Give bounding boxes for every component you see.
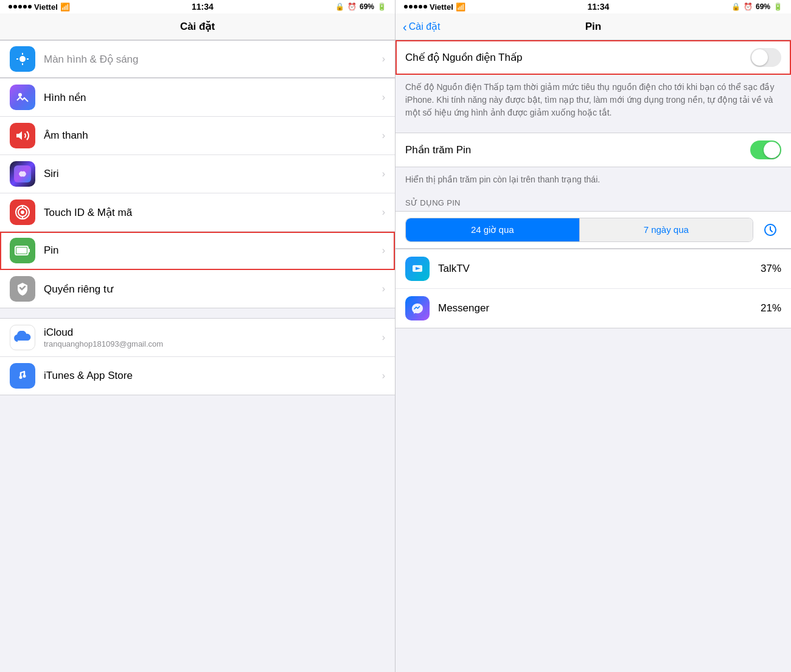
battery-percent-section: Phần trăm Pin [396,133,791,167]
left-lock-icon: 🔒 [335,2,344,11]
right-signal-dots [404,5,427,9]
low-power-row: Chế độ Nguồn điện Thấp [396,41,791,74]
low-power-description: Chế độ Nguồn điện Thấp tạm thời giảm mức… [396,75,791,128]
list-item-siri[interactable]: Siri › [0,155,395,193]
left-status-left: Viettel 📶 [9,2,70,12]
battery-percent-description: Hiển thị phần trăm pin còn lại trên than… [396,167,791,195]
right-battery: 69% [756,2,770,11]
left-battery-icon: 🔋 [377,2,386,11]
messenger-percent: 21% [761,302,781,314]
right-lock-icon: 🔒 [731,2,740,11]
left-top-section: Màn hình & Độ sáng › [0,40,395,78]
battery-chevron: › [382,245,385,256]
left-battery: 69% [360,2,374,11]
low-power-toggle[interactable] [750,48,781,67]
itunes-text: iTunes & App Store [44,370,382,382]
itunes-chevron: › [382,370,385,381]
left-status-bar: Viettel 📶 11:34 🔒 ⏰ 69% 🔋 [0,0,395,13]
right-wifi-icon: 📶 [456,2,465,12]
icloud-chevron: › [382,332,385,343]
right-status-left: Viettel 📶 [404,2,465,12]
siri-label: Siri [44,168,382,180]
right-carrier: Viettel [430,2,453,12]
left-section-2: iCloud tranquanghop181093@gmail.com › [0,318,395,395]
battery-percent-row: Phần trăm Pin [396,133,791,167]
left-screen: Viettel 📶 11:34 🔒 ⏰ 69% 🔋 Cài đặt Màn hì… [0,0,396,672]
tab-7d[interactable]: 7 ngày qua [579,218,753,241]
signal-dots [9,5,32,9]
messenger-name: Messenger [438,302,761,314]
svg-marker-6 [16,131,22,140]
list-item-itunes[interactable]: iTunes & App Store › [0,357,395,395]
wallpaper-label: Hình nền [44,91,382,104]
left-settings-list: Màn hình & Độ sáng › Hình nền › [0,40,395,672]
list-item-touchid[interactable]: Touch ID & Mật mã › [0,193,395,232]
list-item-sound[interactable]: Âm thanh › [0,117,395,155]
battery-percent-label: Phần trăm Pin [405,144,471,156]
siri-text: Siri [44,168,382,180]
privacy-text: Quyền riêng tư [44,283,382,296]
svg-rect-15 [16,248,27,254]
svg-point-5 [18,93,22,97]
wallpaper-text: Hình nền [44,91,382,104]
tab-24h[interactable]: 24 giờ qua [406,218,579,241]
brightness-text: Màn hình & Độ sáng [44,53,382,66]
battery-text: Pin [44,244,382,257]
section-space-2 [0,313,395,318]
svg-point-19 [23,375,26,378]
sound-text: Âm thanh [44,130,382,142]
time-tab-group: 24 giờ qua 7 ngày qua [405,218,753,242]
left-alarm-icon: ⏰ [347,2,357,11]
left-nav-title: Cài đặt [180,20,215,33]
right-status-bar: Viettel 📶 11:34 🔒 ⏰ 69% 🔋 [396,0,791,13]
touchid-label: Touch ID & Mật mã [44,206,382,219]
list-item-brightness[interactable]: Màn hình & Độ sáng › [0,41,395,77]
usage-section: TalkTV 37% [396,249,791,328]
back-button[interactable]: ‹ Cài đặt [403,21,440,33]
battery-label: Pin [44,244,382,257]
section-space-1 [0,308,395,313]
talktv-name: TalkTV [438,263,761,275]
left-carrier: Viettel [34,2,58,12]
icloud-sublabel: tranquanghop181093@gmail.com [44,339,382,348]
icloud-icon [10,325,35,350]
touchid-chevron: › [382,207,385,218]
talktv-percent: 37% [761,263,781,275]
list-item-battery[interactable]: Pin › [0,232,395,270]
usage-item-messenger[interactable]: Messenger 21% [396,289,791,328]
spacer-1 [396,128,791,133]
right-battery-icon: 🔋 [773,2,782,11]
siri-chevron: › [382,168,385,179]
wallpaper-icon [10,85,35,110]
history-icon[interactable] [759,219,781,241]
svg-point-0 [19,56,26,62]
back-chevron-icon: ‹ [403,21,407,33]
itunes-label: iTunes & App Store [44,370,382,382]
list-item-privacy[interactable]: Quyền riêng tư › [0,270,395,308]
sound-label: Âm thanh [44,130,382,142]
wallpaper-chevron: › [382,92,385,103]
back-label: Cài đặt [409,21,441,32]
low-power-label: Chế độ Nguồn điện Thấp [405,51,522,64]
sound-chevron: › [382,130,385,141]
list-item-wallpaper[interactable]: Hình nền › [0,78,395,117]
low-power-section: Chế độ Nguồn điện Thấp [396,40,791,75]
left-time: 11:34 [192,2,214,12]
icloud-label: iCloud [44,327,382,339]
battery-icon [10,238,35,263]
brightness-label: Màn hình & Độ sáng [44,53,382,66]
left-nav-bar: Cài đặt [0,13,395,40]
brightness-icon [10,46,35,72]
usage-item-talktv[interactable]: TalkTV 37% [396,249,791,289]
list-item-icloud[interactable]: iCloud tranquanghop181093@gmail.com › [0,319,395,357]
right-status-right: 🔒 ⏰ 69% 🔋 [731,2,782,11]
left-main-section: Hình nền › Âm thanh › [0,78,395,308]
itunes-icon [10,363,35,389]
privacy-icon [10,276,35,302]
brightness-chevron: › [382,54,385,64]
battery-percent-toggle[interactable] [750,140,781,159]
svg-point-10 [21,210,24,214]
talktv-icon [405,257,430,281]
right-time: 11:34 [587,2,609,12]
right-nav-bar: ‹ Cài đặt Pin [396,13,791,40]
